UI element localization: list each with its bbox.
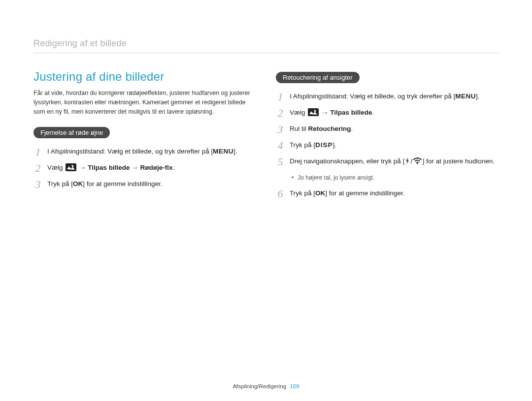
text: ] for at gemme indstillinger. (325, 189, 404, 197)
text: ]. (333, 141, 337, 149)
step-number: 4 (276, 140, 285, 151)
text: . (351, 125, 353, 132)
menu-label: MENU (455, 93, 476, 100)
bold-text: Tilpas billede (330, 109, 372, 116)
step-number: 2 (33, 162, 42, 174)
step-text: Tryk på [DISP]. (290, 140, 499, 151)
step-2: 2 Vælg → Tilpas billede. (276, 107, 499, 119)
steps-redeye: 1 I Afspilningstilstand: Vælg et billede… (33, 146, 256, 190)
page: Redigering af et billede Justering af di… (0, 0, 532, 199)
step-1: 1 I Afspilningstilstand: Vælg et billede… (33, 146, 256, 157)
left-column: Justering af dine billeder Får at vide, … (33, 70, 256, 199)
bold-text: Rødøje-fix (140, 164, 173, 171)
bold-text: Tilpas billede (88, 164, 130, 171)
text: → (77, 164, 88, 171)
text: ] for at justere hudtonen. (423, 157, 495, 165)
steps-retouch: 1 I Afspilningstilstand: Vælg et billede… (276, 91, 499, 199)
edit-image-icon (66, 163, 76, 171)
step-text: Vælg → Tilpas billede → Rødøje-fix. (47, 162, 256, 173)
step-text: Tryk på [OK] for at gemme indstillinger. (47, 179, 256, 189)
step-number: 1 (33, 146, 42, 157)
step-text: Rul til Retouchering. (290, 123, 499, 134)
page-header: Redigering af et billede (33, 38, 499, 53)
step-text: I Afspilningstilstand: Vælg et billede, … (47, 146, 256, 157)
columns: Justering af dine billeder Får at vide, … (33, 70, 499, 199)
page-number: 109 (290, 383, 299, 389)
text: Tryk på [ (47, 180, 73, 187)
subsection-pill-redeye: Fjernelse af røde øjne (33, 127, 110, 138)
right-column: Retouchering af ansigter 1 I Afspilnings… (276, 70, 499, 199)
step-3: 3 Tryk på [OK] for at gemme indstillinge… (33, 179, 256, 190)
text: Tryk på [ (290, 141, 315, 149)
svg-rect-1 (308, 108, 319, 116)
wifi-icon (413, 157, 422, 164)
edit-image-icon (308, 108, 319, 116)
text: I Afspilningstilstand: Vælg et billede, … (47, 148, 213, 155)
step-text: I Afspilningstilstand: Vælg et billede, … (290, 91, 499, 102)
text: . (372, 109, 374, 116)
step-4: 4 Tryk på [DISP]. (276, 140, 499, 151)
subsection-pill-retouch: Retouchering af ansigter (276, 72, 360, 83)
svg-point-2 (417, 163, 418, 164)
text: → (130, 164, 140, 171)
flash-icon (405, 157, 410, 164)
svg-rect-0 (66, 163, 76, 171)
step-5: 5 Drej navigationsknappen, eller tryk på… (276, 156, 499, 167)
ok-label: OK (73, 180, 83, 187)
step-number: 3 (33, 179, 42, 190)
text: Rul til (290, 125, 308, 132)
menu-label: MENU (213, 148, 233, 155)
text: ] for at gemme indstillinger. (83, 180, 162, 187)
step-1: 1 I Afspilningstilstand: Vælg et billede… (276, 91, 499, 102)
section-title: Justering af dine billeder (33, 70, 256, 84)
text: Vælg (290, 109, 307, 116)
step-number: 5 (276, 156, 285, 167)
step-number: 6 (276, 188, 285, 199)
step-number: 3 (276, 123, 285, 135)
note-bullet: Jo højere tal, jo lysere ansigt. (292, 174, 499, 181)
text: I Afspilningstilstand: Vælg et billede, … (290, 93, 455, 100)
step-text: Tryk på [OK] for at gemme indstillinger. (290, 188, 499, 199)
ok-label: OK (315, 189, 325, 197)
step-text: Vælg → Tilpas billede. (290, 107, 499, 118)
text: . (173, 164, 175, 171)
step-2: 2 Vælg → Tilpas billede → Rødøje-fix. (33, 162, 256, 174)
text: ]. (233, 148, 237, 155)
text: Drej navigationsknappen, eller tryk på [ (290, 157, 404, 165)
step-number: 1 (276, 91, 285, 102)
text: Tryk på [ (290, 189, 315, 197)
text: → (320, 109, 330, 116)
intro-paragraph: Får at vide, hvordan du korrigerer rødøj… (33, 89, 256, 116)
text: Vælg (47, 164, 65, 171)
step-number: 2 (276, 107, 285, 119)
footer-section: Afspilning/Redigering (233, 383, 286, 389)
step-3: 3 Rul til Retouchering. (276, 123, 499, 135)
footer: Afspilning/Redigering 109 (0, 383, 532, 389)
text: / (410, 157, 412, 165)
disp-label: DISP (315, 141, 333, 149)
bold-text: Retouchering (308, 125, 351, 132)
step-text: Drej navigationsknappen, eller tryk på [… (290, 156, 499, 167)
step-6: 6 Tryk på [OK] for at gemme indstillinge… (276, 188, 499, 199)
text: ]. (476, 93, 480, 100)
